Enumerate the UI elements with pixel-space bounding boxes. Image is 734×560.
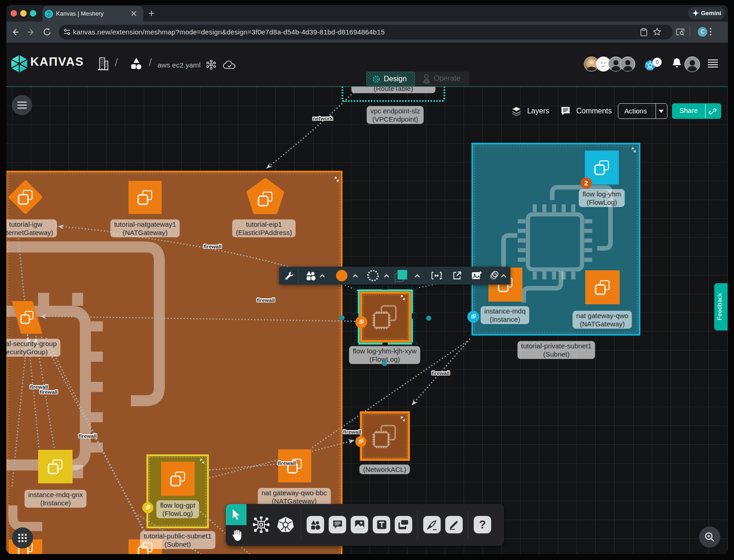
svg-text:2: 2 — [584, 179, 588, 187]
svg-text:0: 0 — [656, 59, 659, 66]
